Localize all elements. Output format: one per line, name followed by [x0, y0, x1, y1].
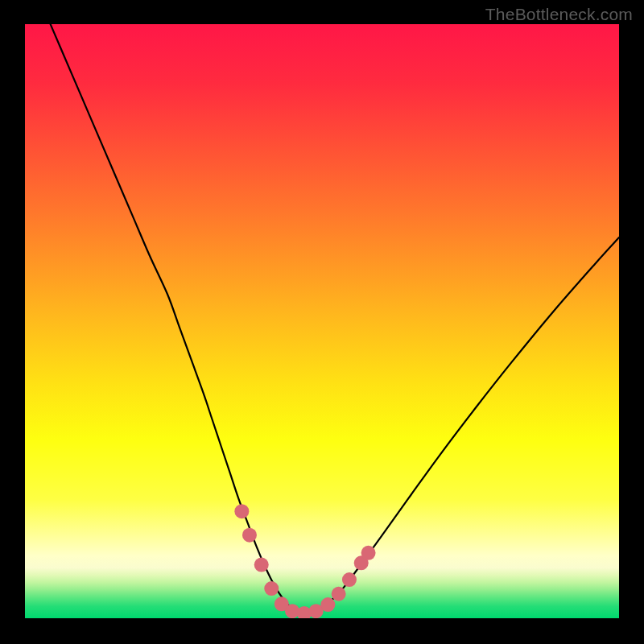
- highlight-dot: [264, 581, 279, 596]
- outer-frame: TheBottleneck.com: [0, 0, 644, 644]
- highlight-dot: [342, 572, 357, 587]
- highlight-dot: [332, 587, 346, 601]
- highlight-dot: [320, 597, 335, 612]
- bottleneck-curve: [43, 24, 619, 615]
- chart-svg: [25, 24, 619, 618]
- highlight-dot: [254, 558, 269, 572]
- nadir-markers: [234, 504, 375, 618]
- highlight-dot: [361, 546, 376, 560]
- highlight-dot: [234, 504, 249, 518]
- highlight-dot: [242, 528, 257, 543]
- watermark-text: TheBottleneck.com: [485, 5, 633, 24]
- plot-area: [25, 24, 619, 618]
